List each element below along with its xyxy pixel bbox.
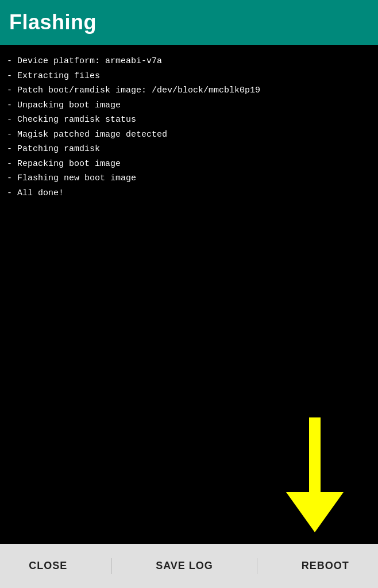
save-log-button[interactable]: SAVE LOG [142,556,227,575]
footer-divider-1 [111,558,112,574]
footer-bar: CLOSE SAVE LOG REBOOT [0,544,378,588]
svg-rect-0 [309,417,321,492]
arrow-indicator [286,417,344,532]
svg-marker-1 [286,492,344,532]
reboot-button[interactable]: REBOOT [288,556,363,575]
app-header: Flashing [0,0,378,45]
log-content-area: - Device platform: armeabi-v7a - Extract… [0,45,378,544]
page-title: Flashing [9,10,369,34]
close-button[interactable]: CLOSE [15,556,81,575]
footer-divider-2 [257,558,257,574]
log-output: - Device platform: armeabi-v7a - Extract… [7,54,371,200]
